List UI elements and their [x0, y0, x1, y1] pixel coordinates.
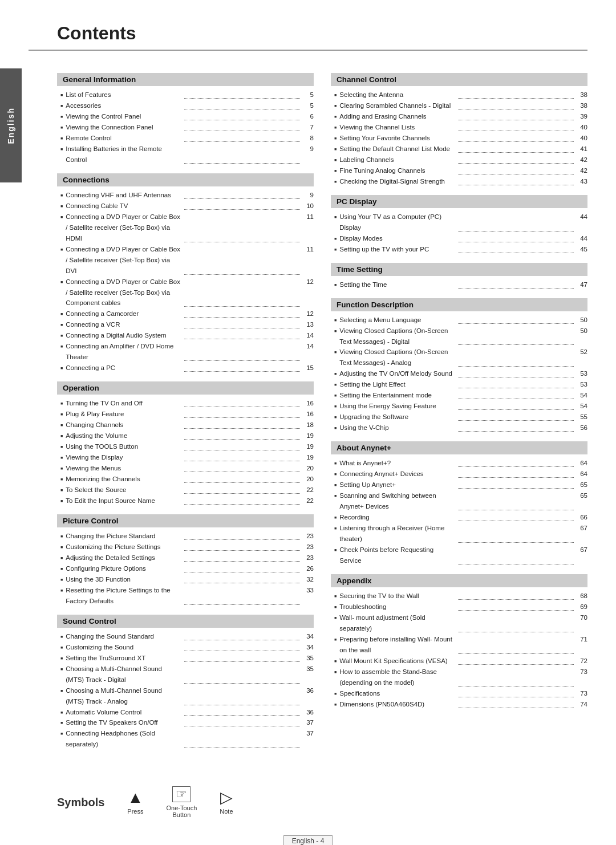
- toc-item: Connecting a DVD Player or Cable Box / S…: [60, 244, 314, 277]
- toc-item: Dimensions (PN50A460S4D)74: [334, 699, 587, 710]
- toc-item-label: Display Modes: [339, 233, 455, 244]
- toc-item-label: Connecting a PC: [66, 363, 181, 373]
- toc-item-page: 38: [576, 90, 587, 100]
- toc-item-dots: [458, 168, 574, 174]
- section-header-4: About Anynet+: [331, 441, 587, 454]
- toc-item-label: Dimensions (PN50A460S4D): [339, 699, 455, 710]
- toc-item-page: 53: [576, 368, 587, 379]
- toc-item-dots: [184, 644, 300, 651]
- toc-item: Configuring Picture Options26: [60, 563, 314, 574]
- toc-list-2: Turning the TV On and Off16Plug & Play F…: [57, 398, 314, 506]
- toc-item-label: Remote Control: [66, 133, 181, 144]
- toc-item-page: 67: [576, 545, 587, 566]
- toc-item-label: Plug & Play Feature: [66, 409, 181, 420]
- toc-item-dots: [184, 192, 300, 199]
- toc-item-page: 12: [302, 277, 314, 309]
- toc-item: Wall Mount Kit Specifications (VESA)72: [334, 656, 587, 667]
- toc-item: Scanning and Switching between Anynet+ D…: [334, 490, 587, 512]
- toc-item-dots: [458, 103, 574, 109]
- toc-item-page: 72: [576, 656, 587, 667]
- toc-item-dots: [458, 146, 574, 153]
- toc-item-dots: [458, 371, 574, 377]
- footer-text: English - 4: [283, 835, 333, 845]
- toc-item-dots: [458, 135, 574, 142]
- toc-item-label: Setting the Time: [339, 279, 455, 290]
- toc-item-dots: [458, 360, 574, 367]
- toc-item-page: 18: [302, 420, 314, 430]
- toc-item-label: Connecting a Digital Audio System: [66, 330, 181, 341]
- toc-item-label: Connecting a VCR: [66, 319, 181, 330]
- toc-item: To Edit the Input Source Name22: [60, 495, 314, 506]
- toc-item: Installing Batteries in the Remote Contr…: [60, 144, 314, 165]
- toc-item: Resetting the Picture Settings to the Fa…: [60, 585, 314, 607]
- toc-item: Adjusting the TV On/Off Melody Sound53: [334, 368, 587, 379]
- toc-item-page: 5: [302, 90, 314, 100]
- toc-item-dots: [184, 135, 300, 142]
- toc-item-page: 44: [576, 233, 587, 244]
- toc-item: Connecting a PC15: [60, 363, 314, 373]
- toc-item-label: Connecting an Amplifier / DVD Home Theat…: [66, 341, 181, 363]
- toc-item-dots: [458, 514, 574, 521]
- note-icon: ▷: [220, 790, 233, 806]
- toc-item-label: Viewing the Menus: [66, 463, 181, 474]
- toc-item-page: 23: [302, 552, 314, 563]
- toc-item-label: Connecting VHF and UHF Antennas: [66, 190, 181, 201]
- toc-item-dots: [458, 235, 574, 242]
- toc-item-dots: [458, 604, 574, 611]
- toc-item-label: Choosing a Multi-Channel Sound (MTS) Tra…: [66, 685, 181, 707]
- toc-item-label: Viewing Closed Captions (On-Screen Text …: [339, 326, 455, 347]
- toc-item-label: Viewing the Connection Panel: [66, 122, 181, 133]
- toc-item: Setting the Time47: [334, 279, 587, 290]
- section-header-3: Function Description: [331, 298, 587, 311]
- toc-item-label: Connecting a DVD Player or Cable Box / S…: [66, 277, 181, 309]
- toc-item-page: 11: [302, 212, 314, 244]
- toc-item-dots: [458, 690, 574, 697]
- toc-list-3: Selecting a Menu Language50Viewing Close…: [331, 315, 587, 434]
- toc-item: Using the TOOLS Button19: [60, 441, 314, 452]
- toc-item-dots: [184, 411, 300, 418]
- toc-item-label: Setting up the TV with your PC: [339, 244, 455, 255]
- toc-item-dots: [458, 536, 574, 543]
- toc-item-label: Changing the Sound Standard: [66, 631, 181, 642]
- section-header-0: General Information: [57, 73, 314, 86]
- toc-item: Setting Your Favorite Channels40: [334, 133, 587, 144]
- toc-item-label: To Select the Source: [66, 485, 181, 495]
- toc-item-dots: [184, 103, 300, 109]
- toc-item-label: Recording: [339, 512, 455, 523]
- toc-item-label: Scanning and Switching between Anynet+ D…: [339, 490, 455, 512]
- toc-item-dots: [458, 593, 574, 600]
- toc-item-page: 50: [576, 315, 587, 326]
- section-header-1: PC Display: [331, 195, 587, 208]
- toc-item: Changing Channels18: [60, 420, 314, 430]
- toc-item-label: List of Features: [66, 90, 181, 100]
- toc-item: Setting the Default Channel List Mode41: [334, 144, 587, 155]
- toc-item: Connecting a DVD Player or Cable Box / S…: [60, 277, 314, 309]
- toc-item: Connecting Cable TV10: [60, 201, 314, 212]
- toc-item-page: 53: [576, 379, 587, 390]
- toc-item-page: 54: [576, 390, 587, 401]
- toc-item-label: Connecting a DVD Player or Cable Box / S…: [66, 244, 181, 277]
- toc-item-label: Using the 3D Function: [66, 574, 181, 585]
- toc-item-label: Clearing Scrambled Channels - Digital: [339, 100, 455, 111]
- toc-item-label: Viewing the Channel Lists: [339, 122, 455, 133]
- toc-item-dots: [184, 354, 300, 361]
- toc-item-page: 40: [576, 133, 587, 144]
- toc-item-label: Viewing the Display: [66, 452, 181, 463]
- toc-item-label: Changing the Picture Standard: [66, 531, 181, 542]
- toc-item-page: 70: [576, 612, 587, 634]
- toc-item-page: 7: [302, 122, 314, 133]
- toc-item-label: Upgrading the Software: [339, 412, 455, 422]
- toc-item-page: 14: [302, 341, 314, 363]
- toc-item-dots: [184, 157, 300, 164]
- english-sidebar: English: [0, 68, 22, 182]
- toc-item-dots: [184, 433, 300, 440]
- toc-item-page: 15: [302, 363, 314, 373]
- toc-item: Viewing the Control Panel6: [60, 111, 314, 122]
- toc-item-dots: [458, 503, 574, 510]
- toc-item-dots: [184, 566, 300, 572]
- toc-item-page: 13: [302, 319, 314, 330]
- toc-list-4: What is Anynet+?64Connecting Anynet+ Dev…: [331, 458, 587, 566]
- toc-item: Viewing the Channel Lists40: [334, 122, 587, 133]
- toc-item-page: 71: [576, 634, 587, 656]
- toc-item-page: 14: [302, 330, 314, 341]
